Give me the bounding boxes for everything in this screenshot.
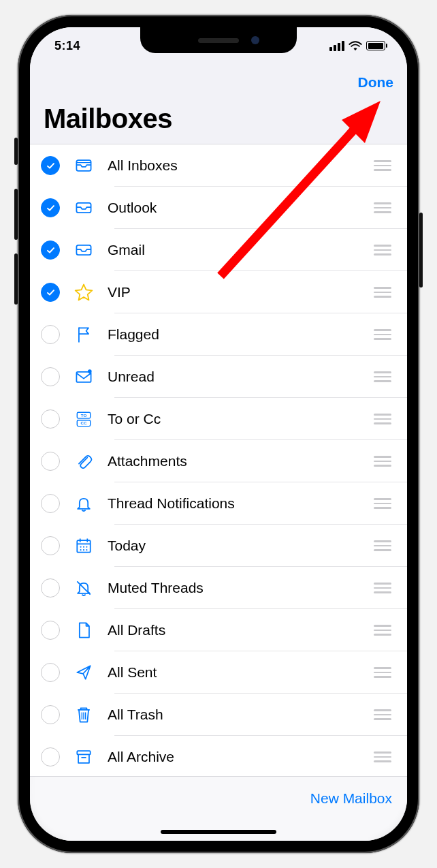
checkbox[interactable] [41,156,60,175]
toolbar: New Mailbox [30,776,407,841]
drag-handle-icon[interactable] [373,498,392,509]
checkbox[interactable] [41,621,60,640]
mailbox-unread[interactable]: Unread [30,356,407,398]
power-button [419,213,423,288]
star-icon [72,281,95,304]
mute-switch [14,138,18,165]
mailbox-label: All Drafts [108,622,373,638]
mailbox-label: Muted Threads [108,580,373,596]
volume-up [14,189,18,240]
page-title: Mailboxes [44,104,393,134]
svg-point-11 [83,546,84,548]
mailbox-thread-notifications[interactable]: Thread Notifications [30,482,407,525]
checkbox[interactable] [41,578,60,598]
svg-point-12 [86,546,87,548]
notch [140,27,297,53]
mailbox-flagged[interactable]: Flagged [30,313,407,356]
drag-handle-icon[interactable] [373,202,392,213]
battery-icon [366,41,385,50]
checkbox[interactable] [41,536,60,555]
mailbox-attachments[interactable]: Attachments [30,440,407,482]
bell-icon [72,492,95,515]
checkbox[interactable] [41,705,60,724]
speaker [198,38,239,43]
mailbox-label: To or Cc [108,411,373,427]
mailbox-label: Unread [108,369,373,385]
drag-handle-icon[interactable] [373,287,392,298]
screen: 5:14 Done Mailboxes All InboxesOutlo [30,27,407,841]
mailbox-label: Attachments [108,453,373,469]
cellular-signal-icon [329,41,344,51]
mailbox-label: Today [108,538,373,554]
status-time: 5:14 [54,39,80,53]
checkbox[interactable] [41,452,60,471]
svg-rect-3 [76,372,91,382]
mailbox-all-trash[interactable]: All Trash [30,694,407,736]
checkbox[interactable] [41,367,60,386]
wifi-icon [349,41,362,51]
drag-handle-icon[interactable] [373,709,392,720]
checkbox[interactable] [41,494,60,513]
mailbox-all-archive[interactable]: All Archive [30,736,407,778]
mailbox-to-cc[interactable]: TOCCTo or Cc [30,398,407,440]
sent-icon [72,661,95,684]
mailbox-label: Flagged [108,326,373,343]
drag-handle-icon[interactable] [373,625,392,636]
mailbox-label: Gmail [108,242,373,258]
mailbox-all-sent[interactable]: All Sent [30,651,407,694]
drag-handle-icon[interactable] [373,160,392,171]
checkbox[interactable] [41,198,60,217]
svg-rect-17 [77,751,90,754]
drag-handle-icon[interactable] [373,583,392,593]
mailbox-muted-threads[interactable]: Muted Threads [30,567,407,609]
checkbox[interactable] [41,663,60,682]
mailbox-label: All Sent [108,664,373,681]
checkbox[interactable] [41,241,60,260]
mailbox-label: VIP [108,284,373,300]
svg-point-15 [86,549,87,551]
drag-handle-icon[interactable] [373,667,392,678]
bell-off-icon [72,576,95,600]
calendar-icon [72,534,95,557]
drag-handle-icon[interactable] [373,414,392,424]
status-indicators [329,41,385,51]
svg-point-10 [80,546,82,548]
drag-handle-icon[interactable] [373,245,392,255]
drag-handle-icon[interactable] [373,329,392,340]
svg-text:TO: TO [81,413,87,418]
mailbox-outlook[interactable]: Outlook [30,187,407,229]
svg-text:CC: CC [81,420,87,425]
mailbox-vip[interactable]: VIP [30,271,407,313]
drag-handle-icon[interactable] [373,456,392,467]
done-button[interactable]: Done [358,74,394,91]
new-mailbox-button[interactable]: New Mailbox [310,790,392,807]
nav-header: Done Mailboxes [30,64,407,144]
drag-handle-icon[interactable] [373,540,392,551]
draft-icon [72,619,95,642]
checkbox[interactable] [41,325,60,344]
front-camera [251,36,259,44]
volume-down [14,253,18,305]
checkbox[interactable] [41,283,60,302]
mailbox-label: All Trash [108,707,373,723]
checkbox[interactable] [41,747,60,766]
checkbox[interactable] [41,409,60,429]
home-indicator [161,830,276,834]
all-inboxes-icon [72,154,95,177]
flag-icon [72,323,95,346]
mailbox-all-drafts[interactable]: All Drafts [30,609,407,651]
unread-icon [72,365,95,388]
svg-point-14 [83,549,84,551]
mailbox-gmail[interactable]: Gmail [30,229,407,271]
drag-handle-icon[interactable] [373,751,392,762]
mailbox-today[interactable]: Today [30,525,407,567]
to-cc-icon: TOCC [72,407,95,431]
mailbox-label: Outlook [108,200,373,216]
mailbox-label: All Inboxes [108,157,373,174]
drag-handle-icon[interactable] [373,371,392,382]
mailbox-list: All InboxesOutlookGmailVIPFlaggedUnreadT… [30,144,407,778]
mailbox-all-inboxes[interactable]: All Inboxes [30,144,407,187]
mailbox-label: Thread Notifications [108,495,373,512]
svg-point-4 [88,369,92,373]
svg-point-13 [80,549,82,551]
